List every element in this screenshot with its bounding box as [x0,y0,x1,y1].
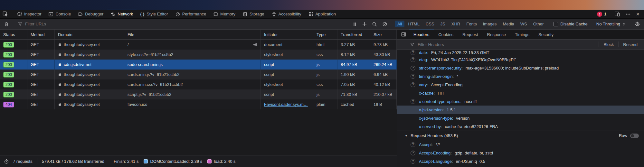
request-rows: 200 GET thoughtodyssey.net / document ht… [0,40,397,109]
search-button[interactable] [369,22,380,27]
header-row[interactable]: ? Accept: */* [397,140,644,149]
filter-urls-input[interactable]: Filter URLs [15,22,346,26]
type-filter-media[interactable]: Media [500,21,516,27]
funnel-icon [410,42,415,47]
headers-list: ? date: Fri, 24 Jan 2025 22:15:33 GMT ? … [397,50,644,167]
request-list-empty-area [0,109,397,155]
request-details-pane: Headers Cookies Request Response Timings… [397,30,644,167]
type-filter-css[interactable]: CSS [423,21,437,27]
block-url-button[interactable]: Block [600,42,618,47]
header-row[interactable]: ? etag: W/"41bb3-TlcqTJJfU4QXEfOqOvmN0FR… [397,55,644,64]
domain-text: thoughtodyssey.net [64,102,100,107]
help-icon[interactable]: ? [411,159,415,164]
filter-headers-input[interactable]: Filter Headers [418,42,444,47]
type-filter-html[interactable]: HTML [405,21,422,27]
help-icon[interactable]: ? [411,82,415,87]
method-cell: GET [27,60,55,70]
request-row[interactable]: 200 GET thoughtodyssey.net script.js?v=6… [0,89,397,99]
toggle-split-button[interactable] [398,30,409,39]
type-filter-other[interactable]: Other [531,21,546,27]
megaphone-icon [253,42,257,47]
header-row[interactable]: ? strict-transport-security: max-age=315… [397,64,644,72]
help-icon[interactable]: ? [411,74,415,79]
lock-icon [58,62,62,67]
tab-application[interactable]: Application [305,10,339,18]
request-row[interactable]: 200 GET thoughtodyssey.net / document ht… [0,40,397,50]
header-row[interactable]: ? x-jsd-version-type: version [397,114,644,122]
header-row[interactable]: ? x-jsd-version: 1.5.1 [397,106,644,114]
column-header-status[interactable]: Status [0,30,27,39]
type-filter-all[interactable]: All [395,21,404,27]
type-filter-ws[interactable]: WS [518,21,530,27]
column-header-type[interactable]: Type [313,30,337,39]
tab-debugger[interactable]: Debugger [74,10,107,18]
request-headers-section[interactable]: ▼ Request Headers (453 B) Raw [397,131,644,140]
method-cell: GET [27,89,55,99]
initiator-text: document [264,42,282,47]
type-filter-fonts[interactable]: Fonts [464,21,479,27]
column-header-domain[interactable]: Domain [55,30,124,39]
pause-traffic-button[interactable] [350,22,360,26]
initiator-text: script [264,92,274,97]
help-icon[interactable]: ? [411,99,415,104]
type-filter-js[interactable]: JS [438,21,448,27]
new-request-button[interactable] [360,22,369,26]
close-devtools-button[interactable]: × [633,11,642,17]
column-header-initiator[interactable]: Initiator [261,30,313,39]
pick-element-button[interactable] [0,10,11,18]
type-filter-xhr[interactable]: XHR [449,21,463,27]
resend-button[interactable]: Resend [619,42,641,47]
disable-cache-checkbox[interactable]: Disable Cache [551,22,590,26]
help-icon[interactable]: ? [411,50,415,55]
help-icon[interactable]: ? [411,66,415,70]
block-requests-button[interactable] [380,22,390,27]
finish-time: Finish: 2.41 s [114,159,138,164]
error-count-badge[interactable]: ! 1 [594,12,609,17]
responsive-mode-button[interactable] [612,11,623,17]
header-row[interactable]: ? Accept-Encoding: gzip, deflate, br, zs… [397,149,644,157]
header-row[interactable]: ? date: Fri, 24 Jan 2025 22:15:33 GMT [397,50,644,55]
detail-tab-request[interactable]: Request [458,30,482,39]
header-row[interactable]: ? x-cache: HIT [397,89,644,97]
column-header-size[interactable]: Size [370,30,397,39]
throttling-select[interactable]: No Throttling [594,22,629,26]
tab-inspector[interactable]: Inspector [14,10,45,18]
detail-tab-timings[interactable]: Timings [510,30,534,39]
help-icon[interactable]: ? [411,142,415,147]
network-settings-button[interactable] [632,21,643,27]
tab-accessibility[interactable]: Accessibility [268,10,305,18]
initiator-text[interactable]: FaviconLoader.sys.m… [264,102,308,107]
type-filter-images[interactable]: Images [480,21,499,27]
help-icon[interactable]: ? [411,57,415,62]
request-row[interactable]: 200 GET thoughtodyssey.net cards.min.css… [0,79,397,89]
header-row[interactable]: ? x-content-type-options: nosniff [397,97,644,106]
meatball-menu-button[interactable] [623,12,633,17]
detail-tab-security[interactable]: Security [534,30,558,39]
header-row[interactable]: ? timing-allow-origin: * [397,72,644,80]
help-icon[interactable]: ? [411,151,415,155]
detail-tab-response[interactable]: Response [483,30,511,39]
request-row[interactable]: 200 GET cdn.jsdelivr.net sodo-search.min… [0,60,397,70]
request-row[interactable]: 404 GET thoughtodyssey.net favicon.ico F… [0,99,397,109]
tab-storage[interactable]: Storage [239,10,268,18]
column-header-method[interactable]: Method [27,30,55,39]
tab-style-editor[interactable]: { } Style Editor [137,10,172,18]
detail-tab-cookies[interactable]: Cookies [434,30,458,39]
tab-memory[interactable]: Memory [210,10,239,18]
raw-toggle[interactable] [630,134,639,138]
file-cell: favicon.ico [124,99,261,109]
header-row[interactable]: ? vary: Accept-Encoding [397,80,644,89]
tab-performance[interactable]: Performance [172,10,210,18]
request-row[interactable]: 200 GET thoughtodyssey.net cards.min.js?… [0,70,397,79]
tab-network[interactable]: Network [107,10,137,18]
size-cell: 269.24 kB [370,60,397,70]
request-row[interactable]: 200 GET thoughtodyssey.net style.css?v=6… [0,50,397,60]
header-row[interactable]: ? x-served-by: cache-fra-etou8220126-FRA [397,122,644,131]
initiator-cell: script [261,70,313,79]
header-row[interactable]: ? Accept-Language: en-US,en;q=0.5 [397,157,644,165]
clear-requests-button[interactable] [1,22,12,27]
column-header-transferred[interactable]: Transferred [337,30,370,39]
detail-tab-headers[interactable]: Headers [409,30,434,39]
column-header-file[interactable]: File [124,30,261,39]
tab-console[interactable]: Console [45,10,74,18]
